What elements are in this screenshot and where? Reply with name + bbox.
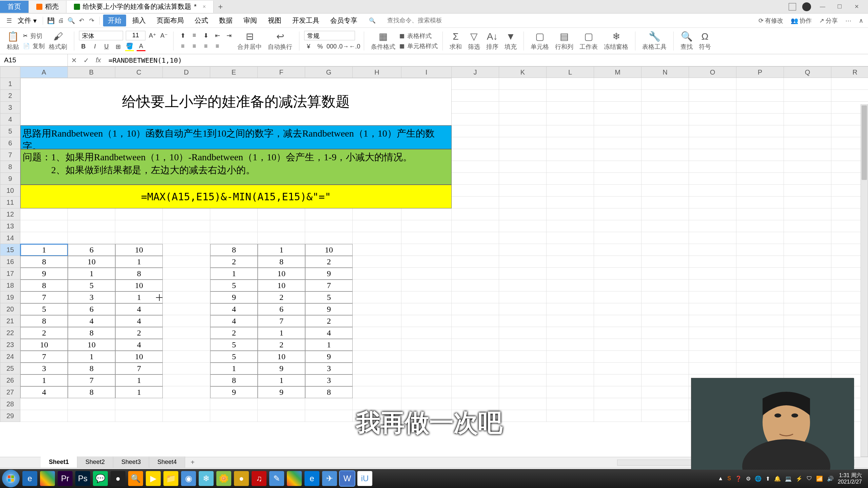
cell[interactable] (642, 363, 689, 374)
row-header-15[interactable]: 15 (0, 244, 20, 256)
cell[interactable] (163, 351, 210, 363)
cell[interactable] (499, 114, 547, 125)
cell[interactable] (547, 125, 594, 137)
format-painter[interactable]: 🖌 格式刷 (47, 31, 69, 51)
row-header-9[interactable]: 9 (0, 173, 20, 185)
cell[interactable] (547, 185, 594, 197)
cell[interactable] (642, 137, 689, 149)
data-cell[interactable]: 2 (20, 327, 68, 339)
cell[interactable] (353, 244, 401, 256)
tray-icon[interactable]: 💻 (785, 475, 792, 482)
data-cell[interactable]: 8 (68, 363, 115, 374)
cell[interactable] (736, 256, 784, 268)
data-cell[interactable]: 1 (20, 374, 68, 386)
cell[interactable] (163, 268, 210, 280)
cell[interactable] (642, 410, 689, 422)
col-header-B[interactable]: B (68, 66, 115, 78)
col-header-M[interactable]: M (594, 66, 642, 78)
cell[interactable] (547, 386, 594, 398)
cell[interactable] (689, 351, 736, 363)
cell[interactable] (353, 291, 401, 303)
cell[interactable] (736, 291, 784, 303)
cell[interactable] (547, 303, 594, 315)
blue-merged-cell[interactable]: 思路用Randbetween（1，10）函数自动产生1到10之间的数字，减去Ra… (20, 125, 452, 149)
cell[interactable] (784, 90, 831, 102)
data-cell[interactable]: 8 (115, 268, 163, 280)
edge-icon[interactable]: e (304, 471, 319, 486)
align-middle-icon[interactable]: ≡ (190, 31, 199, 40)
cell[interactable] (594, 363, 642, 374)
cell[interactable] (163, 291, 210, 303)
cell[interactable] (736, 173, 784, 185)
number-format-select[interactable]: 常规 (304, 31, 355, 40)
cell[interactable] (499, 386, 547, 398)
cell[interactable] (594, 185, 642, 197)
cell[interactable] (353, 280, 401, 291)
data-cell[interactable]: 2 (210, 256, 258, 268)
cell[interactable] (736, 327, 784, 339)
cell[interactable] (499, 363, 547, 374)
cell[interactable] (689, 280, 736, 291)
cell[interactable] (784, 315, 831, 327)
cell[interactable] (784, 232, 831, 244)
menu-formula[interactable]: 公式 (190, 15, 213, 26)
cell[interactable] (353, 256, 401, 268)
cell[interactable] (547, 114, 594, 125)
cell[interactable] (547, 291, 594, 303)
cell[interactable] (831, 90, 868, 102)
cell[interactable] (163, 208, 210, 220)
cell[interactable] (784, 244, 831, 256)
cell[interactable] (642, 208, 689, 220)
file-menu[interactable]: 文件 ▾ (15, 16, 39, 25)
cell[interactable] (831, 78, 868, 90)
cond-format-button[interactable]: ▦ 条件格式 (369, 31, 397, 51)
cell[interactable] (547, 351, 594, 363)
cell[interactable] (499, 256, 547, 268)
cell[interactable] (642, 374, 689, 386)
cell[interactable] (401, 303, 452, 315)
row-header-27[interactable]: 27 (0, 386, 20, 398)
cell[interactable] (452, 208, 499, 220)
cell[interactable] (784, 303, 831, 315)
data-cell[interactable]: 6 (68, 303, 115, 315)
cell[interactable] (784, 125, 831, 137)
cell[interactable] (689, 256, 736, 268)
cell[interactable] (452, 315, 499, 327)
clock[interactable]: 1:31 周六 2021/2/27 (838, 472, 862, 485)
row-header-1[interactable]: 1 (0, 78, 20, 90)
cell[interactable] (594, 220, 642, 232)
cell[interactable] (642, 386, 689, 398)
cell[interactable] (594, 197, 642, 208)
row-header-4[interactable]: 4 (0, 114, 20, 125)
data-cell[interactable]: 1 (258, 374, 305, 386)
data-cell[interactable]: 3 (305, 363, 353, 374)
select-all-button[interactable] (0, 66, 20, 78)
cell[interactable] (736, 363, 784, 374)
cell[interactable] (689, 208, 736, 220)
data-cell[interactable]: 10 (258, 280, 305, 291)
cell[interactable] (452, 185, 499, 197)
cell[interactable] (499, 398, 547, 410)
cell[interactable] (499, 197, 547, 208)
cell[interactable] (452, 137, 499, 149)
cell[interactable] (642, 161, 689, 173)
cell[interactable] (784, 114, 831, 125)
border-button[interactable]: ⊞ (114, 42, 122, 51)
data-cell[interactable]: 5 (210, 339, 258, 351)
cell[interactable] (452, 114, 499, 125)
minimize-button[interactable]: — (817, 3, 828, 10)
data-cell[interactable]: 1 (258, 244, 305, 256)
data-cell[interactable]: 7 (115, 363, 163, 374)
data-cell[interactable]: 1 (68, 268, 115, 280)
app-icon-6[interactable]: ✎ (269, 471, 284, 486)
menu-more-icon[interactable]: ⋯ (845, 17, 851, 24)
cell[interactable] (452, 303, 499, 315)
tray-icon[interactable]: S (727, 475, 731, 482)
cell[interactable] (736, 78, 784, 90)
cell[interactable] (353, 339, 401, 351)
cell[interactable] (736, 90, 784, 102)
cell[interactable] (68, 208, 115, 220)
cell[interactable] (642, 125, 689, 137)
cell[interactable] (163, 256, 210, 268)
cell[interactable] (547, 137, 594, 149)
